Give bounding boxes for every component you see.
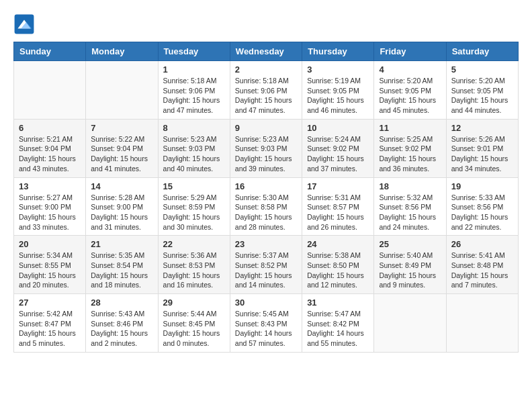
day-number: 14 (91, 181, 152, 191)
weekday-header-friday: Friday (374, 42, 446, 61)
day-number: 1 (163, 64, 225, 75)
calendar-cell (446, 294, 518, 353)
day-number: 27 (19, 298, 81, 308)
calendar-cell: 19Sunrise: 5:33 AM Sunset: 8:56 PM Dayli… (446, 177, 518, 236)
weekday-header-wednesday: Wednesday (230, 42, 302, 61)
calendar-cell: 25Sunrise: 5:40 AM Sunset: 8:49 PM Dayli… (374, 236, 446, 294)
day-info: Sunrise: 5:32 AM Sunset: 8:56 PM Dayligh… (379, 193, 441, 232)
day-number: 26 (451, 239, 513, 249)
day-info: Sunrise: 5:27 AM Sunset: 9:00 PM Dayligh… (19, 193, 81, 232)
logo-icon (13, 13, 35, 35)
day-info: Sunrise: 5:26 AM Sunset: 9:01 PM Dayligh… (451, 134, 513, 174)
calendar-week-row: 1Sunrise: 5:18 AM Sunset: 9:06 PM Daylig… (14, 61, 519, 120)
calendar-cell: 23Sunrise: 5:37 AM Sunset: 8:52 PM Dayli… (230, 236, 302, 294)
day-info: Sunrise: 5:22 AM Sunset: 9:04 PM Dayligh… (91, 134, 152, 174)
day-info: Sunrise: 5:20 AM Sunset: 9:05 PM Dayligh… (379, 76, 441, 116)
day-number: 18 (379, 181, 441, 191)
day-info: Sunrise: 5:28 AM Sunset: 9:00 PM Dayligh… (91, 193, 152, 232)
day-number: 25 (379, 239, 441, 249)
logo (13, 13, 38, 35)
day-number: 31 (307, 298, 369, 308)
calendar-table: SundayMondayTuesdayWednesdayThursdayFrid… (13, 42, 519, 353)
calendar-cell: 4Sunrise: 5:20 AM Sunset: 9:05 PM Daylig… (374, 61, 446, 120)
day-info: Sunrise: 5:47 AM Sunset: 8:42 PM Dayligh… (307, 309, 369, 349)
day-number: 8 (163, 123, 225, 133)
calendar-cell: 6Sunrise: 5:21 AM Sunset: 9:04 PM Daylig… (14, 119, 86, 177)
calendar-cell: 1Sunrise: 5:18 AM Sunset: 9:06 PM Daylig… (158, 61, 230, 120)
day-info: Sunrise: 5:42 AM Sunset: 8:47 PM Dayligh… (19, 309, 81, 349)
day-info: Sunrise: 5:20 AM Sunset: 9:05 PM Dayligh… (451, 76, 513, 116)
calendar-cell: 26Sunrise: 5:41 AM Sunset: 8:48 PM Dayli… (446, 236, 518, 294)
calendar-cell: 8Sunrise: 5:23 AM Sunset: 9:03 PM Daylig… (158, 119, 230, 177)
calendar-week-row: 20Sunrise: 5:34 AM Sunset: 8:55 PM Dayli… (14, 236, 519, 294)
day-number: 9 (235, 123, 297, 133)
weekday-header-row: SundayMondayTuesdayWednesdayThursdayFrid… (14, 42, 519, 61)
day-info: Sunrise: 5:35 AM Sunset: 8:54 PM Dayligh… (91, 250, 152, 290)
calendar-cell: 28Sunrise: 5:43 AM Sunset: 8:46 PM Dayli… (86, 294, 158, 353)
day-info: Sunrise: 5:23 AM Sunset: 9:03 PM Dayligh… (235, 134, 297, 174)
calendar-cell: 10Sunrise: 5:24 AM Sunset: 9:02 PM Dayli… (302, 119, 374, 177)
day-info: Sunrise: 5:30 AM Sunset: 8:58 PM Dayligh… (235, 193, 297, 232)
calendar-cell: 11Sunrise: 5:25 AM Sunset: 9:02 PM Dayli… (374, 119, 446, 177)
day-info: Sunrise: 5:43 AM Sunset: 8:46 PM Dayligh… (91, 309, 152, 349)
weekday-header-monday: Monday (86, 42, 158, 61)
calendar-cell: 20Sunrise: 5:34 AM Sunset: 8:55 PM Dayli… (14, 236, 86, 294)
calendar-cell: 17Sunrise: 5:31 AM Sunset: 8:57 PM Dayli… (302, 177, 374, 236)
day-number: 5 (451, 64, 513, 75)
calendar-cell: 7Sunrise: 5:22 AM Sunset: 9:04 PM Daylig… (86, 119, 158, 177)
day-number: 19 (451, 181, 513, 191)
calendar-cell: 12Sunrise: 5:26 AM Sunset: 9:01 PM Dayli… (446, 119, 518, 177)
day-info: Sunrise: 5:31 AM Sunset: 8:57 PM Dayligh… (307, 193, 369, 232)
day-info: Sunrise: 5:36 AM Sunset: 8:53 PM Dayligh… (163, 250, 225, 290)
day-info: Sunrise: 5:37 AM Sunset: 8:52 PM Dayligh… (235, 250, 297, 290)
calendar-cell: 16Sunrise: 5:30 AM Sunset: 8:58 PM Dayli… (230, 177, 302, 236)
day-number: 22 (163, 239, 225, 249)
day-info: Sunrise: 5:45 AM Sunset: 8:43 PM Dayligh… (235, 309, 297, 349)
day-number: 30 (235, 298, 297, 308)
calendar-cell: 22Sunrise: 5:36 AM Sunset: 8:53 PM Dayli… (158, 236, 230, 294)
day-number: 29 (163, 298, 225, 308)
day-number: 3 (307, 64, 369, 75)
calendar-cell: 30Sunrise: 5:45 AM Sunset: 8:43 PM Dayli… (230, 294, 302, 353)
calendar-cell: 9Sunrise: 5:23 AM Sunset: 9:03 PM Daylig… (230, 119, 302, 177)
calendar-cell: 15Sunrise: 5:29 AM Sunset: 8:59 PM Dayli… (158, 177, 230, 236)
weekday-header-saturday: Saturday (446, 42, 518, 61)
day-info: Sunrise: 5:23 AM Sunset: 9:03 PM Dayligh… (163, 134, 225, 174)
weekday-header-thursday: Thursday (302, 42, 374, 61)
day-info: Sunrise: 5:24 AM Sunset: 9:02 PM Dayligh… (307, 134, 369, 174)
day-info: Sunrise: 5:19 AM Sunset: 9:05 PM Dayligh… (307, 76, 369, 116)
day-info: Sunrise: 5:41 AM Sunset: 8:48 PM Dayligh… (451, 250, 513, 290)
day-info: Sunrise: 5:33 AM Sunset: 8:56 PM Dayligh… (451, 193, 513, 232)
day-number: 12 (451, 123, 513, 133)
day-number: 20 (19, 239, 81, 249)
calendar-cell: 2Sunrise: 5:18 AM Sunset: 9:06 PM Daylig… (230, 61, 302, 120)
weekday-header-tuesday: Tuesday (158, 42, 230, 61)
calendar-cell: 3Sunrise: 5:19 AM Sunset: 9:05 PM Daylig… (302, 61, 374, 120)
day-number: 4 (379, 64, 441, 75)
weekday-header-sunday: Sunday (14, 42, 86, 61)
calendar-cell: 14Sunrise: 5:28 AM Sunset: 9:00 PM Dayli… (86, 177, 158, 236)
day-info: Sunrise: 5:38 AM Sunset: 8:50 PM Dayligh… (307, 250, 369, 290)
day-number: 15 (163, 181, 225, 191)
calendar-cell: 21Sunrise: 5:35 AM Sunset: 8:54 PM Dayli… (86, 236, 158, 294)
calendar-cell: 5Sunrise: 5:20 AM Sunset: 9:05 PM Daylig… (446, 61, 518, 120)
day-info: Sunrise: 5:21 AM Sunset: 9:04 PM Dayligh… (19, 134, 81, 174)
day-number: 7 (91, 123, 152, 133)
calendar-cell: 13Sunrise: 5:27 AM Sunset: 9:00 PM Dayli… (14, 177, 86, 236)
day-number: 16 (235, 181, 297, 191)
day-number: 11 (379, 123, 441, 133)
calendar-cell (374, 294, 446, 353)
day-info: Sunrise: 5:44 AM Sunset: 8:45 PM Dayligh… (163, 309, 225, 349)
day-info: Sunrise: 5:29 AM Sunset: 8:59 PM Dayligh… (163, 193, 225, 232)
calendar-cell (14, 61, 86, 120)
day-number: 13 (19, 181, 81, 191)
day-number: 21 (91, 239, 152, 249)
page-header (13, 13, 519, 35)
calendar-week-row: 13Sunrise: 5:27 AM Sunset: 9:00 PM Dayli… (14, 177, 519, 236)
day-number: 23 (235, 239, 297, 249)
day-number: 28 (91, 298, 152, 308)
day-number: 10 (307, 123, 369, 133)
calendar-week-row: 6Sunrise: 5:21 AM Sunset: 9:04 PM Daylig… (14, 119, 519, 177)
day-number: 17 (307, 181, 369, 191)
calendar-cell (86, 61, 158, 120)
